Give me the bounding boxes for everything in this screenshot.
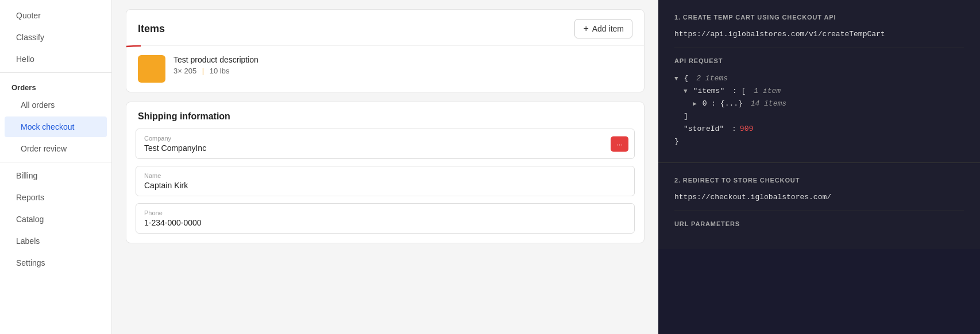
c-item0-key: 0 : {...} <box>703 98 743 110</box>
add-item-label: Add item <box>592 24 624 33</box>
c-colon-2: : <box>727 123 736 135</box>
url-params-label: URL PARAMETERS <box>674 220 964 227</box>
api-request-label: API REQUEST <box>674 57 964 64</box>
c-array-close: ] <box>684 110 688 123</box>
sidebar-item-mock-checkout[interactable]: Mock checkout <box>5 116 107 137</box>
c-storeid-key: "storeId" <box>684 123 724 135</box>
c-items-key: "items" <box>693 85 725 98</box>
code-line-2: ▼ "items" : [ 1 item <box>674 85 964 98</box>
sidebar-item-billing[interactable]: Billing <box>5 165 107 186</box>
sidebar-item-quoter[interactable]: Quoter <box>5 5 107 26</box>
items-header: Items + Add item <box>126 10 644 46</box>
company-label: Company <box>144 135 626 142</box>
code-block-1: ▼ { 2 items ▼ "items" : [ 1 item ▶ 0 : {… <box>674 72 964 149</box>
pipe-separator: | <box>202 67 206 75</box>
sidebar-item-reports[interactable]: Reports <box>5 187 107 208</box>
product-item: Test product description 3× 205 | 10 lbs <box>126 46 644 92</box>
name-label: Name <box>144 172 626 179</box>
right-panel: 1. CREATE TEMP CART USING CHECKOUT API h… <box>658 0 980 334</box>
api-step-1-title: 1. CREATE TEMP CART USING CHECKOUT API <box>674 14 964 21</box>
company-action-button[interactable]: ··· <box>611 136 628 152</box>
name-value: Captain Kirk <box>144 181 626 190</box>
code-line-5: "storeId" : 909 <box>674 123 964 135</box>
product-quantity: 3× <box>173 67 182 75</box>
items-title: Items <box>138 23 165 35</box>
product-info: Test product description 3× 205 | 10 lbs <box>173 55 632 75</box>
items-card: Items + Add item Test product descriptio… <box>126 9 645 92</box>
api-divider-2 <box>674 211 964 211</box>
shipping-header: Shipping information <box>126 102 644 129</box>
sidebar-item-settings[interactable]: Settings <box>5 253 107 273</box>
product-weight-unit: 10 lbs <box>210 67 230 75</box>
product-thumbnail <box>138 55 165 83</box>
c-brace-open: { <box>684 72 689 85</box>
toggle-items[interactable]: ▼ <box>684 86 688 97</box>
sidebar: Quoter Classify Hello Orders All orders … <box>0 0 112 334</box>
product-weight-value: 205 <box>184 67 196 75</box>
phone-value: 1-234-000-0000 <box>144 218 626 227</box>
c-root-comment: 2 items <box>692 72 727 85</box>
sidebar-item-all-orders[interactable]: All orders <box>5 95 107 115</box>
add-item-button[interactable]: + Add item <box>574 19 632 38</box>
sidebar-item-order-review[interactable]: Order review <box>5 138 107 159</box>
product-meta: 3× 205 | 10 lbs <box>173 67 632 75</box>
sidebar-item-catalog[interactable]: Catalog <box>5 209 107 230</box>
shipping-title: Shipping information <box>138 111 230 121</box>
c-brace-close: } <box>674 135 679 148</box>
shipping-card: Shipping information Company Test Compan… <box>126 102 645 243</box>
plus-icon: + <box>583 24 588 34</box>
code-line-1: ▼ { 2 items <box>674 72 964 85</box>
shipping-fields: Company Test CompanyInc ··· Name Captain… <box>126 129 644 243</box>
phone-label: Phone <box>144 209 626 216</box>
api-url-1: https://api.iglobalstores.com/v1/createT… <box>674 30 964 38</box>
toggle-item0[interactable]: ▶ <box>693 99 697 110</box>
phone-field: Phone 1-234-000-0000 <box>136 203 635 234</box>
main-content: Items + Add item Test product descriptio… <box>112 0 658 334</box>
c-item0-comment: 14 items <box>746 98 786 110</box>
code-line-6: } <box>674 135 964 148</box>
api-step-2-title: 2. REDIRECT TO STORE CHECKOUT <box>674 177 964 184</box>
company-value: Test CompanyInc <box>144 143 626 153</box>
sidebar-item-labels[interactable]: Labels <box>5 231 107 251</box>
api-url-2: https://checkout.iglobalstores.com/ <box>674 193 964 201</box>
sidebar-item-hello[interactable]: Hello <box>5 49 107 69</box>
sidebar-section-orders: Orders <box>0 77 111 94</box>
c-storeid-value: 909 <box>740 123 753 135</box>
code-line-3: ▶ 0 : {...} 14 items <box>674 98 964 110</box>
api-divider-1 <box>674 48 964 48</box>
name-field: Name Captain Kirk <box>136 166 635 196</box>
toggle-root[interactable]: ▼ <box>674 73 678 84</box>
api-card-2: 2. REDIRECT TO STORE CHECKOUT https://ch… <box>658 163 980 249</box>
sidebar-divider <box>0 72 111 73</box>
c-colon-1: : [ <box>728 85 746 98</box>
product-name: Test product description <box>173 55 632 64</box>
api-card-1: 1. CREATE TEMP CART USING CHECKOUT API h… <box>658 0 980 163</box>
company-field: Company Test CompanyInc ··· <box>136 129 635 159</box>
sidebar-item-classify[interactable]: Classify <box>5 27 107 48</box>
sidebar-divider-2 <box>0 162 111 162</box>
c-items-comment: 1 item <box>749 85 781 98</box>
code-line-4: ] <box>674 110 964 123</box>
